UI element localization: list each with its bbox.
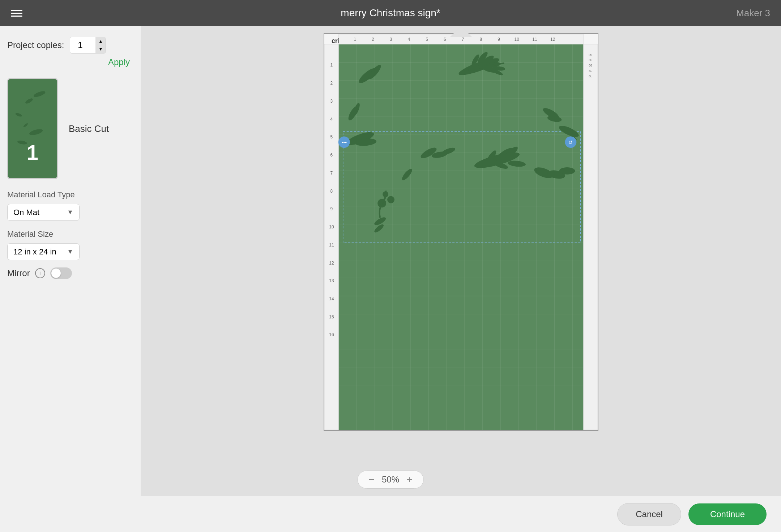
mat-cut-type-label: Basic Cut	[69, 123, 109, 134]
main-canvas: cricut 1 2 3 4 5 6 7 8 9 10 11 12 1 2 3 …	[141, 26, 781, 496]
svg-text:8: 8	[479, 37, 482, 42]
svg-text:12: 12	[550, 37, 555, 42]
footer: Cancel Continue	[0, 496, 781, 532]
svg-text:1: 1	[354, 37, 356, 42]
svg-text:5L: 5L	[589, 69, 592, 73]
cancel-button[interactable]: Cancel	[617, 503, 681, 525]
svg-text:2: 2	[330, 81, 333, 86]
svg-text:12: 12	[329, 261, 334, 266]
svg-text:11: 11	[329, 243, 334, 248]
svg-text:1: 1	[330, 63, 333, 68]
canvas-wrapper: cricut 1 2 3 4 5 6 7 8 9 10 11 12 1 2 3 …	[324, 33, 598, 431]
svg-text:7: 7	[462, 37, 464, 42]
svg-text:08: 08	[589, 64, 592, 67]
svg-text:2: 2	[372, 37, 374, 42]
mat-top-notch	[450, 26, 472, 37]
svg-text:10: 10	[515, 37, 520, 42]
material-load-type-select[interactable]: On Mat Roll Feed	[13, 208, 63, 217]
project-copies-stepper: ▲ ▼	[95, 37, 106, 53]
svg-text:09: 09	[589, 53, 592, 57]
mirror-info-icon[interactable]: i	[35, 268, 45, 278]
svg-text:•••: •••	[341, 140, 347, 145]
svg-text:15: 15	[329, 314, 334, 319]
svg-text:4: 4	[407, 37, 410, 42]
mirror-row: Mirror i	[7, 267, 133, 279]
continue-button[interactable]: Continue	[688, 503, 767, 525]
mat-thumbnail-svg: 1	[8, 79, 57, 178]
svg-text:14: 14	[329, 296, 334, 301]
mirror-label: Mirror	[7, 268, 30, 278]
svg-text:85: 85	[589, 59, 592, 62]
zoom-controls: − 50% +	[358, 471, 424, 489]
material-size-label: Material Size	[7, 229, 133, 239]
svg-text:3: 3	[330, 99, 333, 104]
project-copies-input-wrapper: ▲ ▼	[70, 37, 106, 53]
svg-text:0L: 0L	[589, 74, 592, 78]
zoom-out-button[interactable]: −	[365, 474, 378, 485]
svg-rect-43	[339, 44, 583, 430]
project-copies-input[interactable]	[70, 37, 95, 53]
svg-text:9: 9	[330, 206, 333, 211]
svg-text:8: 8	[330, 189, 333, 194]
mat-thumbnail[interactable]: 1	[7, 78, 58, 179]
svg-text:9: 9	[498, 37, 500, 42]
left-panel: Project copies: ▲ ▼ Apply 1 B	[0, 26, 141, 496]
mat-number-text: 1	[27, 141, 38, 164]
mat-svg-canvas[interactable]: cricut 1 2 3 4 5 6 7 8 9 10 11 12 1 2 3 …	[324, 33, 598, 431]
svg-text:13: 13	[329, 278, 334, 283]
material-load-type-label: Material Load Type	[7, 190, 133, 200]
decrement-button[interactable]: ▼	[95, 45, 106, 53]
svg-point-107	[559, 167, 575, 175]
toggle-thumb	[51, 269, 61, 278]
apply-button[interactable]: Apply	[108, 57, 133, 67]
chevron-down-icon: ▼	[67, 209, 73, 216]
header: merry Christmas sign* Maker 3	[0, 0, 781, 26]
material-load-type-dropdown[interactable]: On Mat Roll Feed ▼	[7, 204, 80, 221]
project-copies-label: Project copies:	[7, 40, 64, 50]
project-copies-row: Project copies: ▲ ▼	[7, 37, 133, 53]
svg-text:5: 5	[426, 37, 428, 42]
svg-text:11: 11	[532, 37, 537, 42]
mirror-toggle[interactable]	[50, 267, 72, 279]
svg-text:5: 5	[330, 134, 333, 140]
chevron-down-icon-size: ▼	[67, 248, 73, 256]
svg-text:10: 10	[329, 224, 334, 229]
material-size-dropdown[interactable]: 12 in x 24 in 12 in x 12 in ▼	[7, 243, 80, 260]
svg-rect-37	[583, 44, 598, 430]
svg-point-109	[387, 196, 394, 203]
svg-text:3: 3	[390, 37, 392, 42]
zoom-level: 50%	[378, 475, 403, 485]
svg-text:↺: ↺	[568, 140, 573, 145]
page-title: merry Christmas sign*	[341, 7, 440, 19]
svg-text:4: 4	[330, 117, 333, 122]
increment-button[interactable]: ▲	[95, 37, 106, 45]
menu-icon[interactable]	[11, 10, 22, 17]
svg-text:7: 7	[330, 171, 333, 176]
svg-text:6: 6	[444, 37, 446, 42]
zoom-in-button[interactable]: +	[403, 474, 416, 485]
mat-thumbnail-container: 1 Basic Cut	[7, 78, 133, 179]
svg-text:16: 16	[329, 332, 334, 337]
machine-label: Maker 3	[736, 8, 770, 19]
svg-text:6: 6	[330, 153, 333, 158]
material-size-select[interactable]: 12 in x 24 in 12 in x 12 in	[13, 247, 63, 256]
